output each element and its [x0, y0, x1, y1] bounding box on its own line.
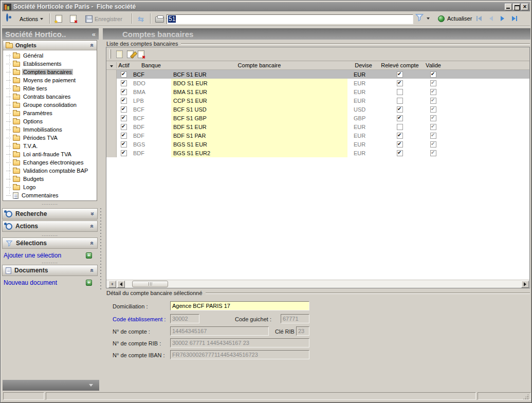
checkbox-icon[interactable] — [397, 106, 403, 113]
checkbox-icon[interactable] — [430, 98, 436, 104]
sidebar-item-g-n-ral[interactable]: Général — [6, 51, 97, 60]
table-row[interactable]: BCFBCF S1 USDUSD — [106, 105, 529, 114]
sidebar-item-comptes-bancaires[interactable]: Comptes bancaires — [6, 68, 97, 76]
panel-resize-grip[interactable]: ......... — [3, 202, 97, 206]
code-etablissement-label[interactable]: Code établissement : — [113, 316, 166, 322]
record-search-input[interactable]: 51 — [167, 14, 413, 24]
sidebar-item-t-v-a[interactable]: T.V.A. — [6, 142, 97, 150]
cell-compte-bancaire[interactable]: BDF S1 PAR — [171, 131, 347, 140]
panel-resize-grip[interactable]: ......... — [3, 233, 97, 237]
checkbox-icon[interactable] — [430, 71, 436, 78]
checkbox-icon[interactable] — [430, 124, 436, 130]
new-record-button[interactable] — [53, 13, 64, 24]
sidebar-item-echanges-lectroniques[interactable]: Echanges électroniques — [6, 158, 97, 167]
checkbox-icon[interactable] — [397, 115, 403, 121]
checkbox-icon[interactable] — [397, 150, 403, 156]
checkbox-icon[interactable] — [121, 141, 127, 148]
list-new-button[interactable] — [116, 50, 123, 58]
list-delete-button[interactable] — [138, 50, 144, 58]
checkbox-icon[interactable] — [397, 89, 403, 95]
sidebar-item-etablissements[interactable]: Etablissements — [6, 60, 97, 68]
add-selection-link[interactable]: Ajouter une sélection — [4, 252, 61, 259]
nav-previous-button[interactable] — [487, 14, 495, 23]
sidebar-collapse-button[interactable]: « — [92, 30, 96, 38]
checkbox-icon[interactable] — [430, 80, 436, 86]
col-header-releve[interactable]: Relevé compte — [379, 62, 420, 68]
cell-compte-bancaire[interactable]: BCF S1 USD — [171, 105, 347, 114]
checkbox-icon[interactable] — [397, 133, 403, 139]
table-row[interactable]: BDFBDF S1 PAREUR — [106, 131, 529, 140]
sidebar-item-p-riodes-tva[interactable]: Périodes TVA — [6, 134, 97, 142]
sidebar-splitter[interactable] — [99, 28, 103, 390]
add-row-button[interactable]: + — [108, 281, 116, 288]
sidebar-section-recherche[interactable]: Recherche « — [2, 208, 98, 219]
col-header-devise[interactable]: Devise — [347, 62, 379, 68]
checkbox-icon[interactable] — [121, 89, 127, 95]
checkbox-icon[interactable] — [121, 98, 127, 104]
sidebar-item-logo[interactable]: Logo — [6, 183, 97, 191]
sidebar-item-commentaires[interactable]: Commentaires — [6, 191, 97, 199]
checkbox-icon[interactable] — [121, 115, 127, 121]
sidebar-item-groupe-consolidation[interactable]: Groupe consolidation — [6, 101, 97, 109]
sidebar-item-options[interactable]: Options — [6, 117, 97, 125]
sidebar-item-immobilisations[interactable]: Immobilisations — [6, 125, 97, 134]
cell-compte-bancaire[interactable]: BCF S1 EUR — [171, 70, 347, 79]
table-row[interactable]: BCFBCF S1 EUREUR — [106, 70, 529, 79]
sidebar-item-param-tres[interactable]: Paramètres — [6, 109, 97, 117]
sidebar-item-r-le-tiers[interactable]: Rôle tiers — [6, 84, 97, 93]
table-row[interactable]: BCFBCF S1 GBPGBP — [106, 114, 529, 122]
checkbox-icon[interactable] — [430, 115, 436, 121]
save-button[interactable]: Enregistrer — [83, 13, 124, 24]
list-edit-button[interactable] — [127, 50, 134, 58]
cell-compte-bancaire[interactable]: CCP S1 EUR — [171, 96, 347, 105]
table-row[interactable]: BDFBGS S1 EUR2EUR — [106, 149, 529, 157]
cell-compte-bancaire[interactable]: BCF S1 GBP — [171, 114, 347, 122]
close-button[interactable] — [521, 4, 528, 10]
filter-dropdown-icon[interactable] — [427, 17, 430, 20]
actions-menu-button[interactable]: Actions — [17, 13, 45, 24]
nav-last-button[interactable] — [510, 14, 519, 23]
checkbox-icon[interactable] — [430, 141, 436, 148]
checkbox-icon[interactable] — [397, 141, 403, 148]
checkbox-icon[interactable] — [121, 80, 127, 86]
col-header-actif[interactable]: Actif — [117, 62, 131, 68]
refresh-label[interactable]: Actualiser — [447, 15, 472, 22]
checkbox-icon[interactable] — [430, 106, 436, 113]
cell-compte-bancaire[interactable]: BGS S1 EUR — [171, 140, 347, 149]
checkbox-icon[interactable] — [121, 106, 127, 113]
table-row[interactable]: BGSBGS S1 EUREUR — [106, 140, 529, 149]
table-header[interactable]: Actif Banque Compte bancaire Devise Rele… — [106, 61, 529, 70]
onglets-header[interactable]: Onglets « — [3, 41, 97, 50]
cell-compte-bancaire[interactable]: BGS S1 EUR2 — [171, 149, 347, 157]
cell-compte-bancaire[interactable]: BDF S1 EUR — [171, 122, 347, 131]
sidebar-item-contrats-bancaires[interactable]: Contrats bancaires — [6, 93, 97, 101]
sidebar-section-selections[interactable]: Sélections « — [2, 237, 98, 249]
col-header-banque[interactable]: Banque — [131, 62, 171, 68]
checkbox-icon[interactable] — [121, 133, 127, 139]
nav-next-button[interactable] — [499, 14, 507, 23]
sidebar-item-budgets[interactable]: Budgets — [6, 175, 97, 183]
collapsed-panel-bar[interactable] — [3, 380, 99, 391]
maximize-button[interactable] — [513, 4, 520, 10]
delete-record-button[interactable] — [68, 13, 79, 24]
sidebar-item-moyens-de-paiement[interactable]: Moyens de paiement — [6, 76, 97, 84]
filter-icon[interactable] — [415, 13, 424, 22]
sidebar-section-documents[interactable]: Documents « — [2, 265, 98, 276]
checkbox-icon[interactable] — [121, 124, 127, 130]
sidebar-item-validation-comptable-bap[interactable]: Validation comptable BAP — [6, 167, 97, 175]
checkbox-icon[interactable] — [430, 133, 436, 139]
column-selector-dropdown[interactable] — [106, 62, 117, 68]
table-row[interactable]: BMABMA S1 EUREUR — [106, 87, 529, 96]
sync-button[interactable]: ⇆ — [136, 13, 146, 24]
cell-compte-bancaire[interactable]: BMA S1 EUR — [171, 87, 347, 96]
panel-resize-grip[interactable]: ......... — [3, 260, 97, 264]
table-row[interactable]: BDOBDO S1 EUREUR — [106, 79, 529, 87]
table-row[interactable]: BDFBDF S1 EUREUR — [106, 122, 529, 131]
col-header-valide[interactable]: Valide — [420, 62, 446, 68]
domiciliation-input[interactable]: Agence BCF PARIS 17 — [170, 301, 309, 310]
checkbox-icon[interactable] — [430, 150, 436, 156]
sidebar-section-actions[interactable]: Actions « — [2, 221, 98, 232]
checkbox-icon[interactable] — [121, 71, 127, 78]
cell-compte-bancaire[interactable]: BDO S1 EUR — [171, 79, 347, 87]
table-row[interactable]: LPBCCP S1 EUREUR — [106, 96, 529, 105]
